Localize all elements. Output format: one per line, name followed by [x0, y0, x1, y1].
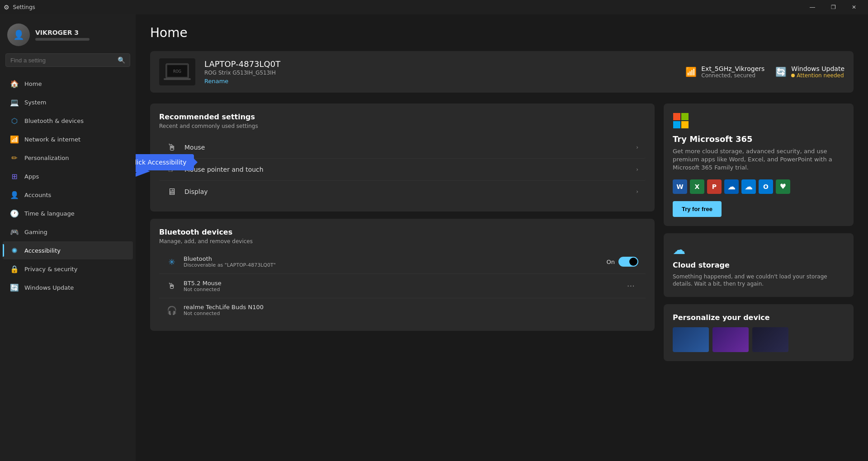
- sidebar-item-accessibility[interactable]: ✺ Accessibility: [3, 241, 133, 259]
- sidebar-item-privacy-label: Privacy & security: [24, 266, 77, 273]
- close-button[interactable]: ✕: [844, 0, 864, 14]
- sidebar-item-personalization[interactable]: ✏️ Personalization: [3, 149, 133, 167]
- sidebar-item-gaming-label: Gaming: [24, 229, 47, 235]
- personalize-thumb-2[interactable]: [712, 327, 749, 352]
- earbuds-name: realme TechLife Buds N100: [184, 304, 638, 310]
- bt52-mouse-icon: 🖱: [166, 281, 177, 291]
- device-rename-link[interactable]: Rename: [204, 78, 228, 85]
- sidebar-item-privacy[interactable]: 🔒 Privacy & security: [3, 260, 133, 278]
- ms365-panel: Try Microsoft 365 Get more cloud storage…: [664, 103, 854, 226]
- search-icon: 🔍: [118, 56, 125, 64]
- cloud-storage-panel: ☁ Cloud storage Something happened, and …: [664, 233, 854, 297]
- recommended-title: Recommended settings: [159, 113, 646, 121]
- avatar-image: 👤: [7, 24, 30, 46]
- cloud-storage-icon: ☁: [673, 242, 844, 257]
- accessibility-callout: On the left pane, click Accessibility: [136, 154, 194, 170]
- titlebar: ⚙ Settings — ❐ ✕: [0, 0, 868, 14]
- svg-text:ROG: ROG: [173, 70, 181, 74]
- bt52-mouse-more-button[interactable]: ···: [623, 279, 638, 292]
- device-status-items: 📶 Ext_5GHz_Vikrogers Connected, secured …: [685, 65, 844, 79]
- display-icon: 🖥: [166, 186, 177, 197]
- sidebar-item-apps[interactable]: ⊞ Apps: [3, 167, 133, 185]
- titlebar-controls: — ❐ ✕: [802, 0, 864, 14]
- powerpoint-icon: P: [707, 179, 722, 194]
- svg-rect-2: [164, 78, 191, 80]
- minimize-button[interactable]: —: [802, 0, 823, 14]
- bluetooth-toggle-label: On: [607, 259, 615, 265]
- bt52-mouse-row[interactable]: 🖱 BT5.2 Mouse Not connected ···: [159, 274, 646, 298]
- sidebar-item-system[interactable]: 💻 System: [3, 93, 133, 111]
- bluetooth-icon: ⬡: [10, 116, 19, 125]
- status-item-update[interactable]: 🔄 Windows Update Attention needed: [775, 65, 844, 79]
- wifi-sub: Connected, secured: [701, 72, 764, 79]
- try-free-button[interactable]: Try for free: [673, 201, 722, 217]
- sidebar-item-time[interactable]: 🕐 Time & language: [3, 204, 133, 222]
- update-label: Windows Update: [791, 65, 844, 72]
- personalize-panel: Personalize your device: [664, 304, 854, 361]
- personalize-thumb-1[interactable]: [673, 327, 709, 352]
- sidebar-item-windows-update-label: Windows Update: [24, 284, 74, 291]
- main-content: Home ROG LAPTOP-4873LQ0T ROG Strix G513I…: [136, 14, 868, 461]
- setting-row-display[interactable]: 🖥 Display ›: [159, 181, 646, 202]
- family-icon: ♥: [776, 179, 790, 194]
- sidebar-item-accounts-label: Accounts: [24, 192, 51, 198]
- right-panels: Try Microsoft 365 Get more cloud storage…: [664, 103, 854, 361]
- search-box[interactable]: 🔍: [5, 53, 130, 67]
- earbuds-info: realme TechLife Buds N100 Not connected: [184, 304, 638, 316]
- sidebar-item-gaming[interactable]: 🎮 Gaming: [3, 223, 133, 241]
- sidebar-item-home[interactable]: 🏠 Home: [3, 75, 133, 93]
- teams-icon: ☁: [741, 179, 756, 194]
- recommended-subtitle: Recent and commonly used settings: [159, 123, 646, 129]
- earbuds-row[interactable]: 🎧 realme TechLife Buds N100 Not connecte…: [159, 298, 646, 322]
- bluetooth-toggle-row[interactable]: ✳ Bluetooth Discoverable as "LAPTOP-4873…: [159, 250, 646, 274]
- mouse-label: Mouse: [184, 144, 629, 151]
- gaming-icon: 🎮: [10, 227, 19, 236]
- sidebar-item-accessibility-label: Accessibility: [24, 247, 61, 254]
- sidebar: 👤 VIKROGER 3 🔍 🏠 Home 💻 System: [0, 14, 136, 461]
- sidebar-nav: 🏠 Home 💻 System ⬡ Bluetooth & devices 📶 …: [0, 74, 136, 297]
- bluetooth-toggle[interactable]: On: [607, 257, 638, 267]
- bluetooth-status: Discoverable as "LAPTOP-4873LQ0T": [184, 262, 600, 268]
- earbuds-icon: 🎧: [166, 306, 177, 315]
- bt52-mouse-status: Not connected: [184, 287, 617, 292]
- cloud-storage-title: Cloud storage: [673, 261, 844, 269]
- device-thumbnail: ROG: [159, 58, 195, 85]
- sidebar-profile[interactable]: 👤 VIKROGER 3: [0, 14, 136, 53]
- personalize-thumb-3[interactable]: [752, 327, 788, 352]
- maximize-button[interactable]: ❐: [823, 0, 844, 14]
- ms365-title: Try Microsoft 365: [673, 134, 844, 144]
- profile-name: VIKROGER 3: [35, 29, 90, 36]
- sidebar-item-apps-label: Apps: [24, 173, 39, 180]
- sidebar-item-system-label: System: [24, 99, 46, 106]
- mouse-pointer-label: Mouse pointer and touch: [184, 166, 629, 173]
- sidebar-item-accounts[interactable]: 👤 Accounts: [3, 186, 133, 204]
- bluetooth-name: Bluetooth: [184, 255, 600, 262]
- mouse-icon: 🖱: [166, 142, 177, 153]
- sidebar-item-windows-update[interactable]: 🔄 Windows Update: [3, 278, 133, 296]
- search-input[interactable]: [10, 57, 114, 64]
- update-status-icon: 🔄: [775, 66, 787, 77]
- personalize-title: Personalize your device: [673, 313, 844, 322]
- bluetooth-toggle-track[interactable]: [618, 257, 638, 267]
- display-label: Display: [184, 188, 629, 195]
- cloud-storage-description: Something happened, and we couldn't load…: [673, 273, 844, 288]
- wifi-label: Ext_5GHz_Vikrogers: [701, 65, 764, 72]
- setting-row-mouse-pointer[interactable]: ☞ Mouse pointer and touch ›: [159, 159, 646, 181]
- device-card: ROG LAPTOP-4873LQ0T ROG Strix G513IH_G51…: [150, 51, 854, 93]
- recommended-settings-panel: Recommended settings Recent and commonly…: [150, 103, 655, 212]
- sidebar-item-bluetooth[interactable]: ⬡ Bluetooth & devices: [3, 112, 133, 130]
- mouse-chevron: ›: [636, 144, 638, 151]
- sidebar-item-network[interactable]: 📶 Network & internet: [3, 130, 133, 148]
- sidebar-item-bluetooth-label: Bluetooth & devices: [24, 118, 84, 124]
- outlook-icon: O: [759, 179, 773, 194]
- setting-row-mouse[interactable]: 🖱 Mouse ›: [159, 136, 646, 159]
- bluetooth-devices-panel: Bluetooth devices Manage, add, and remov…: [150, 219, 655, 331]
- laptop-graphic: ROG: [164, 63, 191, 81]
- home-icon: 🏠: [10, 79, 19, 88]
- bluetooth-devices-title: Bluetooth devices: [159, 228, 646, 236]
- svg-rect-8: [681, 121, 689, 128]
- personalization-icon: ✏️: [10, 153, 19, 162]
- status-item-wifi[interactable]: 📶 Ext_5GHz_Vikrogers Connected, secured: [685, 65, 764, 79]
- apps-icon: ⊞: [10, 172, 19, 181]
- ms-logo: [673, 113, 844, 129]
